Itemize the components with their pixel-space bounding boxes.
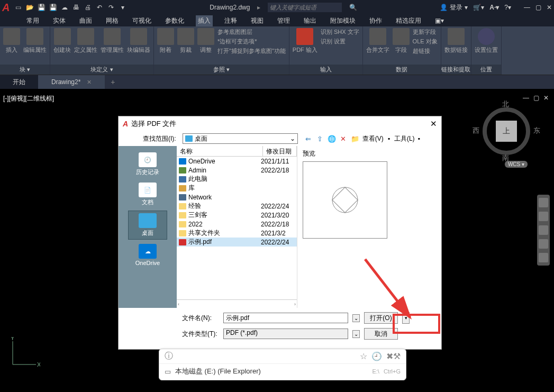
tab-common[interactable]: 常用 [24,15,41,26]
viewcube[interactable]: 上 北 东 南 西 [480,105,533,158]
cancel-button[interactable]: 取消 [364,328,398,340]
attach-button[interactable]: 附着 [157,28,174,54]
datalink-button[interactable]: 数据链接 [444,28,468,54]
close-tab-icon[interactable]: ✕ [87,79,92,86]
file-row[interactable]: 库 [177,184,297,193]
vp-min-icon[interactable]: — [523,94,529,102]
help-search-input[interactable]: 键入关键字或短语 [268,3,342,12]
search-icon[interactable]: 🔍 [349,4,357,11]
saveas-icon[interactable]: 💾 [49,3,57,12]
tab-featured[interactable]: 精选应用 [394,15,423,26]
nav-orbit-icon[interactable] [539,239,548,249]
file-row[interactable]: 三剑客2021/3/20 [177,211,297,220]
close-icon[interactable]: ✕ [547,4,552,11]
file-row[interactable]: Admin2022/2/18 [177,166,297,175]
tab-visualize[interactable]: 可视化 [130,15,153,26]
file-row[interactable]: 20222022/2/18 [177,220,297,229]
horizontal-scrollbar[interactable]: ‹› [177,299,297,308]
sidebar-documents[interactable]: 📄文档 [128,180,167,208]
nav-pan-icon[interactable] [539,212,548,221]
clip-button[interactable]: 剪裁 [177,28,194,54]
file-row[interactable]: Network [177,193,297,202]
create-block-button[interactable]: 创建块 [53,28,71,54]
recognize-shx[interactable]: 识别 SHX 文字 [321,28,359,36]
tab-annotate[interactable]: 注释 [222,15,239,26]
qat-dropdown-icon[interactable]: ▾ [119,3,127,12]
filetype-dropdown-icon[interactable]: ⌄ [352,330,360,338]
nav-wheel-icon[interactable] [539,198,548,207]
vp-max-icon[interactable]: ▢ [533,94,539,102]
recognize-settings[interactable]: 识别 设置 [321,38,359,45]
merge-text-button[interactable]: 合并文字 [366,28,389,54]
field-button[interactable]: 字段 [393,28,410,54]
adjust-button[interactable]: 调整 [197,28,214,54]
snap-underlay[interactable]: 打开"捕捉到参考底图"功能 [217,47,286,55]
login-button[interactable]: 👤 登录 ▾ [440,3,468,12]
redo-icon[interactable]: ↷ [107,3,115,12]
web-browse-icon[interactable]: 🌐 [328,134,336,143]
hyperlink[interactable]: 超链接 [413,47,438,55]
pdf-import-button[interactable]: PDF 输入 [293,28,317,54]
file-row[interactable]: 共享文件夹2021/3/2 [177,229,297,238]
file-row[interactable]: 示例.pdf2022/2/24 [177,238,297,247]
print-icon[interactable]: 🖨 [84,3,92,12]
tools-menu[interactable]: 工具(L) [394,134,415,143]
viewcube-west[interactable]: 西 [473,126,479,135]
file-row[interactable]: 此电脑 [177,175,297,184]
add-tab-button[interactable]: + [105,75,121,89]
up-icon[interactable]: ⇧ [316,134,324,143]
view-label[interactable]: [-][俯视][二维线框] [3,94,54,103]
frame-options[interactable]: *边框可变选项* [217,38,286,45]
panel-title[interactable]: 块定义 ▾ [50,65,153,75]
new-folder-icon[interactable]: 📁 [351,134,359,143]
minimize-icon[interactable]: — [524,4,530,11]
viewcube-north[interactable]: 北 [502,99,509,109]
tab-parametric[interactable]: 参数化 [163,15,186,26]
save-icon[interactable]: 💾 [37,3,46,12]
back-icon[interactable]: ⇐ [304,134,313,143]
sidebar-desktop[interactable]: 桌面 [128,211,167,240]
viewcube-east[interactable]: 东 [533,126,540,135]
search-result-text[interactable]: 本地磁盘 (E:) (File Explorer) [175,367,261,376]
new-icon[interactable]: ▭ [14,3,22,12]
viewcube-top-face[interactable]: 上 [496,121,517,142]
open-dropdown-button[interactable]: ▾ [402,312,410,324]
maximize-icon[interactable]: ▢ [535,4,541,11]
dialog-close-icon[interactable]: ✕ [430,119,437,129]
block-editor-button[interactable]: 块编辑器 [127,28,150,54]
tab-insert[interactable]: 插入 [196,15,213,26]
tab-expand-icon[interactable]: ▣▾ [433,16,446,25]
doc-tab-start[interactable]: 开始 [0,75,39,89]
tab-view[interactable]: 视图 [249,15,266,26]
update-field[interactable]: 更新字段 [413,28,438,36]
sidebar-onedrive[interactable]: ☁OneDrive [128,242,167,268]
define-attr-button[interactable]: 定义属性 [74,28,97,54]
tab-output[interactable]: 输出 [302,15,319,26]
undo-icon[interactable]: ↶ [95,3,104,12]
file-row[interactable]: OneDrive2021/1/11 [177,157,297,166]
plot-icon[interactable]: 🖶 [72,3,80,12]
search-magnifier-icon[interactable]: ⓘ [165,351,173,362]
doc-tab-drawing[interactable]: Drawing2*✕ [39,75,105,89]
tab-addins[interactable]: 附加模块 [328,15,358,26]
col-name-header[interactable]: 名称 [177,146,263,156]
cart-icon[interactable]: 🛒▾ [473,4,484,11]
panel-title[interactable]: 块 ▾ [0,65,50,75]
manage-attr-button[interactable]: 管理属性 [101,28,124,54]
delete-icon[interactable]: ✕ [339,134,348,143]
underlay-layers[interactable]: 参考底图图层 [217,28,286,36]
tab-surface[interactable]: 曲面 [77,15,94,26]
lookin-combo[interactable]: 桌面 ⌄ [183,133,298,144]
filename-dropdown-icon[interactable]: ⌄ [352,314,360,322]
col-date-header[interactable]: 修改日期 [263,146,297,156]
nav-showmotion-icon[interactable] [539,253,548,262]
tab-solid[interactable]: 实体 [51,15,68,26]
vp-close-icon[interactable]: ✕ [543,94,549,102]
set-location-button[interactable]: 设置位置 [475,28,498,54]
insert-block-button[interactable]: 插入 [3,28,20,54]
view-menu[interactable]: 查看(V) [362,134,384,143]
help-icon[interactable]: ?▾ [504,4,511,11]
favorite-icon[interactable]: ☆ [360,351,367,361]
ole-object[interactable]: OLE 对象 [413,38,438,45]
open-icon[interactable]: 📂 [25,3,34,12]
